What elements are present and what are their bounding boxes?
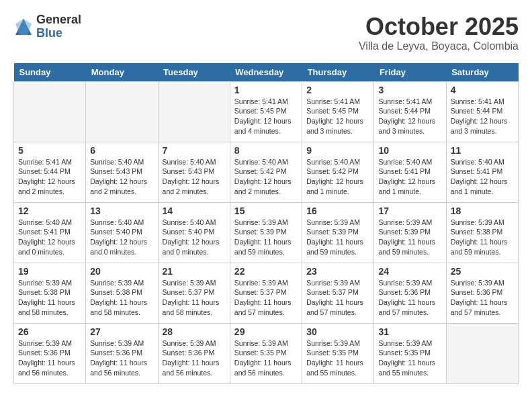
calendar-cell <box>14 81 86 142</box>
calendar-cell: 11Sunrise: 5:40 AM Sunset: 5:41 PM Dayli… <box>446 142 518 202</box>
month-title: October 2025 <box>359 13 519 40</box>
calendar-week-row: 5Sunrise: 5:41 AM Sunset: 5:44 PM Daylig… <box>14 142 519 202</box>
location-text: Villa de Leyva, Boyaca, Colombia <box>359 40 519 52</box>
calendar-cell <box>86 81 158 142</box>
day-number: 5 <box>18 145 81 156</box>
day-number: 25 <box>451 266 514 277</box>
calendar-cell <box>446 323 518 383</box>
calendar-cell: 13Sunrise: 5:40 AM Sunset: 5:40 PM Dayli… <box>86 202 158 263</box>
calendar-cell: 26Sunrise: 5:39 AM Sunset: 5:36 PM Dayli… <box>14 323 86 383</box>
calendar-cell: 2Sunrise: 5:41 AM Sunset: 5:45 PM Daylig… <box>302 81 374 142</box>
day-info: Sunrise: 5:39 AM Sunset: 5:35 PM Dayligh… <box>306 338 369 378</box>
day-number: 3 <box>378 85 441 95</box>
day-number: 30 <box>306 326 369 337</box>
day-info: Sunrise: 5:40 AM Sunset: 5:41 PM Dayligh… <box>451 157 514 197</box>
day-number: 20 <box>90 266 153 277</box>
calendar-cell: 17Sunrise: 5:39 AM Sunset: 5:39 PM Dayli… <box>374 202 446 263</box>
day-info: Sunrise: 5:40 AM Sunset: 5:41 PM Dayligh… <box>18 218 81 257</box>
calendar-cell: 12Sunrise: 5:40 AM Sunset: 5:41 PM Dayli… <box>14 202 86 263</box>
page-header: General Blue October 2025 Villa de Leyva… <box>13 13 519 52</box>
calendar-cell: 31Sunrise: 5:39 AM Sunset: 5:35 PM Dayli… <box>374 323 446 383</box>
calendar-cell: 5Sunrise: 5:41 AM Sunset: 5:44 PM Daylig… <box>14 142 86 202</box>
day-info: Sunrise: 5:39 AM Sunset: 5:38 PM Dayligh… <box>18 278 81 318</box>
day-info: Sunrise: 5:39 AM Sunset: 5:37 PM Dayligh… <box>163 278 226 318</box>
logo-general-text: General <box>36 13 81 27</box>
day-number: 28 <box>163 326 226 337</box>
day-info: Sunrise: 5:39 AM Sunset: 5:39 PM Dayligh… <box>306 218 369 257</box>
day-info: Sunrise: 5:40 AM Sunset: 5:42 PM Dayligh… <box>234 157 298 197</box>
calendar-cell: 1Sunrise: 5:41 AM Sunset: 5:45 PM Daylig… <box>230 81 302 142</box>
calendar-cell: 28Sunrise: 5:39 AM Sunset: 5:36 PM Dayli… <box>158 323 230 383</box>
day-number: 31 <box>378 326 441 337</box>
calendar-cell: 3Sunrise: 5:41 AM Sunset: 5:44 PM Daylig… <box>374 81 446 142</box>
calendar-cell: 21Sunrise: 5:39 AM Sunset: 5:37 PM Dayli… <box>158 263 230 323</box>
day-info: Sunrise: 5:39 AM Sunset: 5:35 PM Dayligh… <box>378 338 441 378</box>
calendar-cell: 20Sunrise: 5:39 AM Sunset: 5:38 PM Dayli… <box>86 263 158 323</box>
day-number: 26 <box>18 326 81 337</box>
day-info: Sunrise: 5:41 AM Sunset: 5:45 PM Dayligh… <box>234 97 298 136</box>
day-number: 12 <box>18 205 81 216</box>
calendar-week-row: 19Sunrise: 5:39 AM Sunset: 5:38 PM Dayli… <box>14 263 519 323</box>
day-info: Sunrise: 5:41 AM Sunset: 5:44 PM Dayligh… <box>451 97 514 136</box>
calendar-cell <box>158 81 230 142</box>
day-number: 24 <box>378 266 441 277</box>
day-info: Sunrise: 5:40 AM Sunset: 5:43 PM Dayligh… <box>163 157 226 197</box>
day-info: Sunrise: 5:39 AM Sunset: 5:37 PM Dayligh… <box>234 278 298 318</box>
day-info: Sunrise: 5:41 AM Sunset: 5:44 PM Dayligh… <box>378 97 441 136</box>
day-number: 4 <box>451 85 514 95</box>
day-number: 7 <box>163 145 226 156</box>
day-number: 21 <box>163 266 226 277</box>
day-info: Sunrise: 5:39 AM Sunset: 5:38 PM Dayligh… <box>451 218 514 257</box>
weekday-header-saturday: Saturday <box>446 63 518 82</box>
calendar-cell: 29Sunrise: 5:39 AM Sunset: 5:35 PM Dayli… <box>230 323 302 383</box>
day-number: 18 <box>451 205 514 216</box>
weekday-header-sunday: Sunday <box>14 63 86 82</box>
day-info: Sunrise: 5:40 AM Sunset: 5:43 PM Dayligh… <box>90 157 153 197</box>
day-info: Sunrise: 5:39 AM Sunset: 5:36 PM Dayligh… <box>18 338 81 378</box>
calendar-week-row: 1Sunrise: 5:41 AM Sunset: 5:45 PM Daylig… <box>14 81 519 142</box>
weekday-header-tuesday: Tuesday <box>158 63 230 82</box>
calendar-cell: 4Sunrise: 5:41 AM Sunset: 5:44 PM Daylig… <box>446 81 518 142</box>
logo-blue-text: Blue <box>36 27 81 40</box>
day-number: 23 <box>306 266 369 277</box>
calendar-cell: 7Sunrise: 5:40 AM Sunset: 5:43 PM Daylig… <box>158 142 230 202</box>
calendar-cell: 14Sunrise: 5:40 AM Sunset: 5:40 PM Dayli… <box>158 202 230 263</box>
day-number: 1 <box>234 85 298 95</box>
day-number: 27 <box>90 326 153 337</box>
day-number: 15 <box>234 205 298 216</box>
calendar-cell: 25Sunrise: 5:39 AM Sunset: 5:36 PM Dayli… <box>446 263 518 323</box>
day-number: 14 <box>163 205 226 216</box>
calendar-table: SundayMondayTuesdayWednesdayThursdayFrid… <box>13 63 519 384</box>
calendar-cell: 15Sunrise: 5:39 AM Sunset: 5:39 PM Dayli… <box>230 202 302 263</box>
day-info: Sunrise: 5:39 AM Sunset: 5:36 PM Dayligh… <box>163 338 226 378</box>
day-number: 10 <box>378 145 441 156</box>
day-number: 8 <box>234 145 298 156</box>
weekday-header-row: SundayMondayTuesdayWednesdayThursdayFrid… <box>14 63 519 82</box>
day-number: 19 <box>18 266 81 277</box>
weekday-header-thursday: Thursday <box>302 63 374 82</box>
calendar-cell: 23Sunrise: 5:39 AM Sunset: 5:37 PM Dayli… <box>302 263 374 323</box>
calendar-cell: 9Sunrise: 5:40 AM Sunset: 5:42 PM Daylig… <box>302 142 374 202</box>
calendar-week-row: 26Sunrise: 5:39 AM Sunset: 5:36 PM Dayli… <box>14 323 519 383</box>
calendar-cell: 8Sunrise: 5:40 AM Sunset: 5:42 PM Daylig… <box>230 142 302 202</box>
day-info: Sunrise: 5:39 AM Sunset: 5:36 PM Dayligh… <box>378 278 441 318</box>
day-number: 11 <box>451 145 514 156</box>
calendar-cell: 19Sunrise: 5:39 AM Sunset: 5:38 PM Dayli… <box>14 263 86 323</box>
day-info: Sunrise: 5:40 AM Sunset: 5:41 PM Dayligh… <box>378 157 441 197</box>
weekday-header-friday: Friday <box>374 63 446 82</box>
day-info: Sunrise: 5:39 AM Sunset: 5:39 PM Dayligh… <box>234 218 298 257</box>
calendar-cell: 16Sunrise: 5:39 AM Sunset: 5:39 PM Dayli… <box>302 202 374 263</box>
day-info: Sunrise: 5:39 AM Sunset: 5:39 PM Dayligh… <box>378 218 441 257</box>
calendar-cell: 24Sunrise: 5:39 AM Sunset: 5:36 PM Dayli… <box>374 263 446 323</box>
calendar-cell: 10Sunrise: 5:40 AM Sunset: 5:41 PM Dayli… <box>374 142 446 202</box>
day-info: Sunrise: 5:40 AM Sunset: 5:42 PM Dayligh… <box>306 157 369 197</box>
calendar-cell: 30Sunrise: 5:39 AM Sunset: 5:35 PM Dayli… <box>302 323 374 383</box>
logo: General Blue <box>13 13 81 40</box>
day-info: Sunrise: 5:39 AM Sunset: 5:35 PM Dayligh… <box>234 338 298 378</box>
day-info: Sunrise: 5:39 AM Sunset: 5:38 PM Dayligh… <box>90 278 153 318</box>
calendar-cell: 27Sunrise: 5:39 AM Sunset: 5:36 PM Dayli… <box>86 323 158 383</box>
day-number: 6 <box>90 145 153 156</box>
day-info: Sunrise: 5:41 AM Sunset: 5:44 PM Dayligh… <box>18 157 81 197</box>
day-number: 29 <box>234 326 298 337</box>
day-number: 16 <box>306 205 369 216</box>
